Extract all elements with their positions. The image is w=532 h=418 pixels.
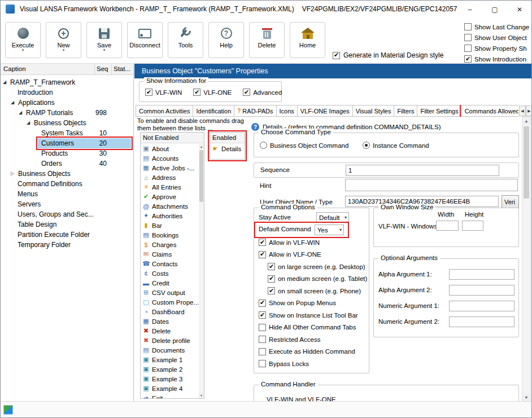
checkbox-icon[interactable] (268, 263, 275, 270)
radio-instance-command[interactable]: Instance Command (363, 142, 429, 149)
optional-arg-input-1[interactable] (449, 269, 514, 280)
command-item-csv-output[interactable]: ⊞CSV output (141, 288, 204, 297)
minimize-icon[interactable]: – (457, 1, 482, 17)
radio-business-object-command[interactable]: Business Object Command (260, 142, 348, 149)
toolbar-button-new[interactable]: New▾ (46, 22, 81, 58)
command-item-dates[interactable]: ▦Dates (141, 316, 204, 326)
checkbox-icon[interactable] (268, 287, 275, 294)
command-item-custom-prope[interactable]: ▢Custom Prope... (141, 297, 204, 307)
tab-visual-styles[interactable]: Visual Styles (352, 105, 395, 117)
generate-material-checkbox[interactable]: Generate in Material Design style (333, 51, 443, 59)
checkbox-icon[interactable] (259, 324, 266, 331)
option-show-on-popup-menus[interactable]: Show on Popup Menus (259, 300, 336, 307)
command-item-authorities[interactable]: ✦Authorities (141, 211, 204, 221)
command-item-costs[interactable]: ¢Costs (141, 269, 204, 278)
radio-icon[interactable] (363, 142, 370, 149)
column-status[interactable]: Stat... (112, 64, 133, 75)
option-show-on-instance-list-tool-bar[interactable]: Show on Instance List Tool Bar (259, 311, 358, 319)
command-item-documents[interactable]: ▤Documents (141, 345, 204, 355)
tree-item-orders[interactable]: Orders40 (1, 159, 133, 169)
checkbox-icon[interactable] (333, 52, 340, 59)
command-item-attachments[interactable]: @Attachments (141, 201, 204, 211)
option-allow-in-vlf-win[interactable]: Allow in VLF-WIN (259, 239, 320, 246)
checkbox-icon[interactable] (464, 34, 472, 41)
command-item-example-1[interactable]: ▣Example 1 (141, 355, 204, 364)
option-on-medium-screen-e-g-tablet[interactable]: on medium screen (e.g. Tablet) (268, 275, 367, 283)
show-option-show-last-change[interactable]: Show Last Change (464, 21, 532, 32)
command-item-example-4[interactable]: ▣Example 4 (141, 384, 204, 393)
tree-item-business-objects[interactable]: ▷Business Objects (1, 169, 133, 179)
command-item-example-3[interactable]: ▣Example 3 (141, 374, 204, 384)
scroll-down-icon[interactable]: ▼ (522, 393, 530, 401)
command-item-all-entries[interactable]: ✳All Entries (141, 182, 204, 192)
command-item-address[interactable]: ⌂Address (141, 173, 204, 182)
toolbar-button-disconnect[interactable]: Disconnect (127, 22, 163, 58)
tree-item-ramp-t-framework[interactable]: ◢RAMP_T_Framework (1, 77, 133, 87)
verify-button[interactable]: Veri (502, 195, 519, 208)
tree-item-menus[interactable]: Menus (1, 189, 133, 199)
stay-active-select[interactable]: Default ▾ (316, 212, 349, 223)
checkbox-icon[interactable] (259, 336, 266, 343)
tab-filters[interactable]: Filters (394, 105, 417, 117)
tab-commands-allowed[interactable]: Commands Allowed (461, 105, 518, 117)
sequence-input[interactable] (346, 165, 499, 176)
tree-item-applications[interactable]: ◢Applications (1, 98, 133, 108)
main-scrollbar[interactable]: ▲ ▼ (522, 116, 531, 401)
height-input[interactable] (462, 221, 483, 231)
tab-icons[interactable]: Icons (276, 105, 298, 117)
close-icon[interactable]: ✕ (507, 1, 532, 17)
show-info-vlf-win[interactable]: VLF-WIN (145, 88, 182, 96)
command-item-active-jobs[interactable]: ▦Active Jobs -... (141, 163, 204, 173)
tree-item-business-objects[interactable]: ◢Business Objects (1, 118, 133, 128)
tab-rad-pads[interactable]: ?RAD-PADs (234, 105, 276, 117)
tab-scroll-right-icon[interactable]: ▶ (526, 105, 531, 116)
option-hide-all-other-command-tabs[interactable]: Hide All Other Command Tabs (259, 324, 356, 331)
checkbox-icon[interactable] (464, 45, 472, 52)
checkbox-icon[interactable] (259, 300, 266, 307)
tree-item-users-groups-and-sec[interactable]: Users, Groups and Sec... (1, 209, 133, 219)
tree-item-products[interactable]: Products30 (1, 148, 133, 159)
tab-vlf-one-images[interactable]: VLF-ONE Images (297, 105, 353, 117)
command-item-accounts[interactable]: ▤Accounts (141, 153, 204, 163)
radio-icon[interactable] (260, 142, 267, 149)
default-command-select[interactable]: Yes ▾ (315, 225, 344, 235)
tree-item-servers[interactable]: Servers (1, 199, 133, 209)
command-item-charges[interactable]: $Charges (141, 240, 204, 249)
checkbox-icon[interactable] (145, 89, 152, 96)
command-item-about[interactable]: ▣About (141, 144, 204, 153)
toolbar-button-execute[interactable]: Execute▾ (5, 22, 41, 58)
show-option-show-property-sh[interactable]: Show Property Sh (464, 43, 532, 54)
tree-item-command-definitions[interactable]: Command Definitions (1, 179, 133, 189)
command-item-details[interactable]: ☛Details (210, 144, 245, 153)
tree-item-partition-execute-folder[interactable]: Partition Execute Folder (1, 230, 133, 240)
maximize-icon[interactable]: ▢ (482, 1, 507, 17)
show-info-advanced[interactable]: Advanced (243, 88, 282, 96)
checkbox-icon[interactable] (243, 89, 250, 96)
command-item-delete[interactable]: ✖Delete (141, 326, 204, 336)
show-option-show-introduction[interactable]: Show Introduction (464, 54, 532, 64)
command-item-exit[interactable]: ➔Exit (141, 393, 204, 398)
tree-item-ramp-tutorials[interactable]: ◢RAMP Tutorials998 (1, 108, 133, 118)
tab-filter-settings[interactable]: Filter Settings (417, 105, 461, 117)
option-on-small-screen-e-g-phone[interactable]: on small screen (e.g. Phone) (268, 287, 361, 294)
checkbox-icon[interactable] (464, 55, 472, 63)
tab-common-activities[interactable]: Common Activities (136, 105, 193, 117)
width-input[interactable] (436, 221, 459, 231)
checkbox-icon[interactable] (268, 275, 275, 283)
checkbox-icon[interactable] (259, 311, 266, 319)
optional-arg-input-4[interactable] (449, 316, 514, 327)
command-item-approve[interactable]: ✔Approve (141, 192, 204, 201)
command-item-credit[interactable]: ▬Credit (141, 278, 204, 288)
command-item-contacts[interactable]: ☎Contacts (141, 259, 204, 269)
column-caption[interactable]: Caption (1, 64, 95, 75)
option-on-large-screen-e-g-desktop[interactable]: on large screen (e.g. Desktop) (268, 263, 365, 270)
tree-item-introduction[interactable]: Introduction (1, 87, 133, 98)
toolbar-button-save[interactable]: Save▾ (86, 22, 122, 58)
optional-arg-input-3[interactable] (449, 301, 514, 311)
option-allow-in-vlf-one[interactable]: Allow in VLF-ONE (259, 251, 321, 258)
show-info-vlf-one[interactable]: VLF-ONE (193, 88, 232, 96)
optional-arg-input-2[interactable] (449, 285, 514, 296)
checkbox-icon[interactable] (259, 348, 266, 355)
command-item-bar[interactable]: ▮Bar (141, 221, 204, 230)
command-item-dashboard[interactable]: ◔DashBoard (141, 307, 204, 316)
